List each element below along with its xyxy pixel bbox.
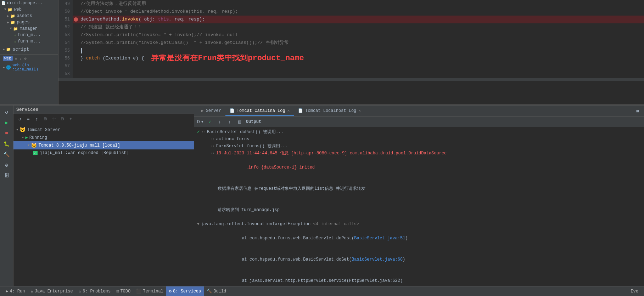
line-content-55: [79, 47, 644, 55]
tree-item-manager[interactable]: ▼ 📁 manager: [0, 25, 58, 32]
gutter-55: [73, 47, 79, 55]
sidebar-database-icon[interactable]: 🗄: [2, 171, 12, 181]
arrow-icon-4: ↔: [211, 150, 214, 157]
line-content-50: //Object invoke = declaredMethod.invoke(…: [79, 8, 644, 16]
tomcat-instance-label: Tomcat 8.0.50-jiaju_mall [local]: [38, 143, 120, 148]
error-annotation: 异常是没有在Frun类中找到product_name: [151, 55, 304, 62]
output-arrow-down-btn[interactable]: ↓: [216, 118, 223, 125]
sidebar-run-icon[interactable]: ▶: [2, 118, 12, 127]
log-line-4b: .info {dataSource-1} inited: [197, 157, 641, 178]
sidebar-refresh-icon[interactable]: ↺: [2, 107, 12, 117]
line-content-51: declaredMethod.invoke( obj: this, req, r…: [79, 16, 644, 23]
output-clear-btn[interactable]: 🗑: [236, 118, 243, 125]
log-line-4: ↔ 19-Jul-2023 11:44:44.645 信息 [http-apr-…: [197, 150, 641, 157]
server-tab-icon: ▶: [201, 108, 204, 113]
status-java-enterprise[interactable]: ☕ Java Enterprise: [28, 286, 75, 296]
web-folder-icon: 📁: [7, 7, 12, 12]
stack-link-2[interactable]: BasicServlet.java:68: [352, 257, 403, 262]
status-eve[interactable]: Eve: [628, 286, 641, 296]
log-line-stacktrace-3: at javax.servlet.http.HttpServlet.servic…: [197, 270, 641, 286]
terminal-icon: ⬛: [136, 289, 141, 294]
status-terminal[interactable]: ⬛ Terminal: [133, 286, 166, 296]
assets-folder-icon: 📁: [10, 14, 15, 18]
java-icon: ☕: [30, 289, 33, 294]
breakpoint-51[interactable]: [74, 17, 78, 22]
log-line-1: ✓ ↔ BasicServlet doPost() 被调用...: [197, 129, 641, 136]
furn2-file-icon: ☕: [14, 39, 16, 44]
toolbar-collapse-btn[interactable]: ↕: [33, 115, 40, 123]
running-expand-icon: ▼: [22, 136, 24, 140]
status-services[interactable]: ⚙ 8: Services: [166, 286, 204, 296]
service-item-tomcat-instance[interactable]: ▼ 🐱 Tomcat 8.0.50-jiaju_mall [local]: [13, 141, 194, 149]
status-run[interactable]: ▶ 4: Run: [3, 286, 28, 296]
service-item-war[interactable]: ✓ jiaju_mall:war exploded [Republish]: [13, 149, 194, 156]
status-todo[interactable]: ☑ TODO: [113, 286, 133, 296]
tree-item-assets[interactable]: ▶ 📁 assets: [0, 13, 58, 19]
localhost-log-tab-icon: 📄: [298, 108, 303, 113]
output-arrow-up-btn[interactable]: ↑: [226, 118, 233, 125]
output-settings-btn[interactable]: ⊞: [634, 108, 641, 115]
service-item-tomcat-server[interactable]: ▼ 🐱 Tomcat Server: [13, 126, 194, 134]
code-editor[interactable]: 49 //使用方法对象，进行反射调用 50 //Object invoke = …: [58, 0, 644, 104]
log-line-2: ↔ action= furns: [197, 136, 641, 143]
tree-item-script[interactable]: ▶ 📁 script: [0, 46, 58, 53]
sidebar-build-icon[interactable]: 🔨: [2, 149, 12, 159]
gutter-50: [73, 8, 79, 16]
sidebar-stop-icon[interactable]: ■: [2, 128, 12, 138]
editor-area: 📄 druid.prope... ▼ 📁 web ▶ 📁 assets ▶ 📁 …: [0, 0, 644, 104]
tomcat-server-icon: 🐱: [19, 127, 26, 133]
tree-item-web[interactable]: ▼ 📁 web: [0, 6, 58, 13]
web-in-label: ▶ 🌐 Web (in jiaju_mall): [0, 62, 58, 72]
toolbar-filter-btn[interactable]: ⊹: [50, 115, 57, 123]
tab-localhost-log[interactable]: 📄 Tomcat Localhost Log ✕: [294, 106, 365, 116]
tab-server[interactable]: ▶ Server: [197, 106, 225, 116]
services-title: Services: [16, 107, 38, 112]
service-item-running[interactable]: ▼ ▶ Running: [13, 134, 194, 141]
output-content[interactable]: ✓ ↔ BasicServlet doPost() 被调用... ↔ actio…: [194, 127, 644, 286]
tree-item-furn1[interactable]: ☕ furn_m...: [0, 32, 58, 38]
running-label: Running: [29, 135, 47, 140]
services-toolbar: ↺ ≡ ↕ ⊞ ⊹ ⊟ +: [13, 114, 194, 124]
tree-item-pages[interactable]: ▶ 📁 pages: [0, 19, 58, 25]
web-expand-icon: ▼: [4, 8, 6, 11]
web-badge: Web: [3, 56, 13, 61]
line-num-52: 52: [58, 23, 73, 31]
assets-expand-icon: ▶: [7, 14, 9, 18]
toolbar-add-btn[interactable]: +: [67, 115, 74, 123]
log-line-6: 请求转发到 furn_manage.jsp: [197, 199, 641, 221]
code-line-52: 52 // 到这里 就已经走通了！！: [58, 23, 644, 31]
toolbar-group-btn[interactable]: ⊞: [42, 115, 49, 123]
status-build[interactable]: 🔨 Build: [204, 286, 229, 296]
todo-icon: ☑: [116, 289, 119, 294]
arrow-icon-3: ↔: [211, 143, 214, 150]
toolbar-refresh-btn[interactable]: ↺: [16, 115, 23, 123]
tree-item-furn2[interactable]: ☕ furn_m...: [0, 38, 58, 45]
toolbar-list-btn[interactable]: ≡: [25, 115, 32, 123]
stack-link-1[interactable]: BasicServlet.java:51: [354, 236, 405, 241]
log-line-5: 数据库有家居信息 在request域对象中放入返回的list信息 并进行请求转发: [197, 178, 641, 199]
code-line-55: 55: [58, 47, 644, 55]
sidebar-settings-icon[interactable]: ⚙: [2, 160, 12, 170]
catalina-log-close-btn[interactable]: ✕: [287, 108, 290, 113]
line-num-53: 53: [58, 31, 73, 39]
tree-item-druid[interactable]: 📄 druid.prope...: [0, 0, 58, 6]
running-icon: ▶: [25, 135, 28, 140]
exception-expand-icon[interactable]: ▼: [197, 221, 200, 228]
code-lines: 49 //使用方法对象，进行反射调用 50 //Object invoke = …: [58, 0, 644, 78]
services-tree: ▼ 🐱 Tomcat Server ▼ ▶ Running ▼ 🐱 Tomcat…: [13, 124, 194, 286]
file-tree: 📄 druid.prope... ▼ 📁 web ▶ 📁 assets ▶ 📁 …: [0, 0, 58, 104]
code-line-58: 58: [58, 70, 644, 78]
sidebar-debug-icon[interactable]: 🐛: [2, 139, 12, 149]
code-line-56: 56 } catch (Exception e) { 异常是没有在Frun类中找…: [58, 55, 644, 62]
services-panel: Services ↺ ≡ ↕ ⊞ ⊹ ⊟ + ▼ 🐱 Tomcat Server…: [13, 106, 194, 286]
war-label: jiaju_mall:war exploded [Republish]: [40, 150, 129, 155]
line-num-55: 55: [58, 47, 73, 55]
tab-catalina-log[interactable]: 📄 Tomcat Catalina Log ✕: [225, 106, 294, 116]
output-check-btn[interactable]: ✓: [206, 118, 213, 125]
line-content-53: //System.out.println("invoke= " + invoke…: [79, 31, 644, 39]
status-problems[interactable]: ⚠ 6: Problems: [76, 286, 113, 296]
localhost-log-close-btn[interactable]: ✕: [358, 108, 361, 113]
horizontal-scrollbar[interactable]: [58, 78, 644, 81]
toolbar-network-btn[interactable]: ⊟: [59, 115, 66, 123]
d-dropdown[interactable]: D ▼: [197, 119, 203, 125]
